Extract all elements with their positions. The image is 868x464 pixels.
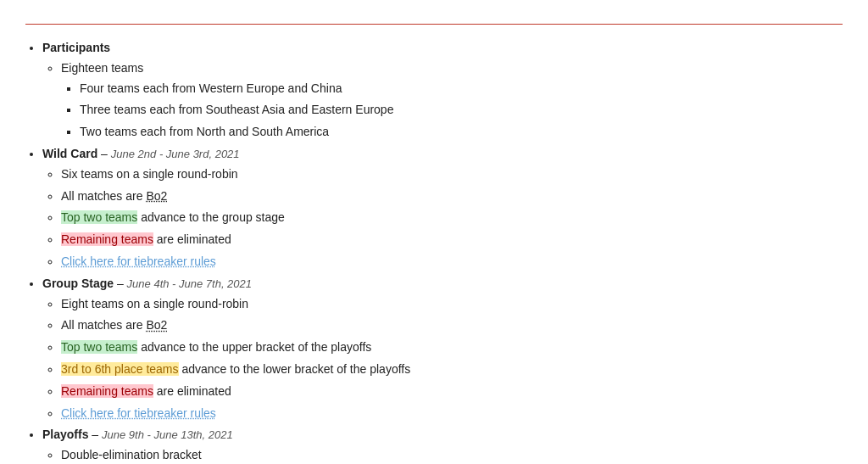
sub-item-2-3: 3rd to 6th place teams advance to the lo… [61, 360, 843, 380]
sub-item-2-4: Remaining teams are eliminated [61, 382, 843, 402]
section-label: Playoffs [42, 428, 88, 441]
section-date: June 9th - June 13th, 2021 [102, 428, 233, 441]
section-item-2: Group Stage – June 4th - June 7th, 2021E… [42, 274, 843, 424]
tiebreaker-link[interactable]: Click here for tiebreaker rules [61, 254, 216, 268]
sub-sub-item-0-0-0: Four teams each from Western Europe and … [80, 79, 843, 99]
section-label: Participants [42, 41, 110, 54]
sub-item-1-1: All matches are Bo2 [61, 187, 843, 207]
section-item-3: Playoffs – June 9th - June 13th, 2021Dou… [42, 425, 843, 464]
date-separator: – [97, 147, 111, 160]
sub-sub-list-0-0: Four teams each from Western Europe and … [61, 79, 843, 143]
sub-item-2-1: All matches are Bo2 [61, 316, 843, 336]
section-label: Group Stage [42, 277, 114, 290]
sub-item-1-0: Six teams on a single round-robin [61, 165, 843, 185]
tiebreaker-link[interactable]: Click here for tiebreaker rules [61, 406, 216, 420]
sub-item-2-5: Click here for tiebreaker rules [61, 404, 843, 424]
section-date: June 4th - June 7th, 2021 [127, 277, 252, 290]
section-date: June 2nd - June 3rd, 2021 [111, 148, 240, 160]
main-list: ParticipantsEighteen teamsFour teams eac… [25, 38, 843, 464]
sub-item-1-2: Top two teams advance to the group stage [61, 208, 843, 228]
section-item-1: Wild Card – June 2nd - June 3rd, 2021Six… [42, 144, 843, 272]
section-item-0: ParticipantsEighteen teamsFour teams eac… [42, 38, 843, 143]
date-separator: – [88, 428, 102, 441]
sub-item-0-0: Eighteen teamsFour teams each from Weste… [61, 59, 843, 143]
sub-list-2: Eight teams on a single round-robinAll m… [42, 294, 843, 424]
sub-sub-item-0-0-2: Two teams each from North and South Amer… [80, 122, 843, 143]
sub-item-2-0: Eight teams on a single round-robin [61, 294, 843, 315]
page-title [25, 17, 843, 25]
section-label: Wild Card [42, 147, 97, 160]
sub-list-1: Six teams on a single round-robinAll mat… [42, 165, 843, 272]
sub-item-2-2: Top two teams advance to the upper brack… [61, 338, 843, 358]
sub-list-3: Double-elimination bracketAll matches ex… [42, 445, 843, 464]
sub-item-3-0: Double-elimination bracket [61, 445, 843, 464]
sub-sub-item-0-0-1: Three teams each from Southeast Asia and… [80, 100, 843, 120]
sub-item-1-3: Remaining teams are eliminated [61, 230, 843, 250]
sub-item-1-4: Click here for tiebreaker rules [61, 252, 843, 272]
sub-list-0: Eighteen teamsFour teams each from Weste… [42, 59, 843, 143]
date-separator: – [114, 277, 127, 290]
